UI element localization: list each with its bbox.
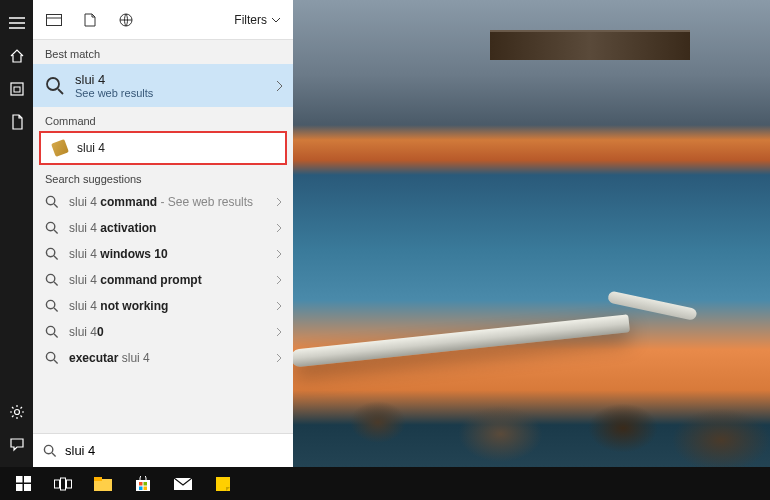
search-icon [45,76,65,96]
chevron-right-icon [276,301,283,311]
svg-rect-16 [16,484,23,491]
task-view-button[interactable] [44,467,82,500]
svg-point-2 [14,409,19,414]
command-title: slui 4 [77,141,105,155]
svg-rect-24 [139,482,143,486]
svg-rect-0 [11,83,23,95]
filter-apps-icon[interactable] [45,11,63,29]
apps-icon[interactable] [0,72,33,105]
svg-point-12 [46,352,54,360]
svg-rect-23 [136,480,150,491]
svg-point-9 [46,274,54,282]
search-icon [43,444,57,458]
search-results-panel: Filters Best match slui 4 See web result… [33,0,293,467]
svg-point-7 [46,222,54,230]
search-category-rail [0,0,33,467]
search-icon [45,273,59,287]
best-match-subtitle: See web results [75,87,153,99]
suggestion-text: slui 4 command - See web results [69,195,253,209]
suggestion-item[interactable]: slui 4 command prompt [33,267,293,293]
filter-documents-icon[interactable] [81,11,99,29]
svg-rect-1 [14,87,20,92]
documents-icon[interactable] [0,105,33,138]
svg-rect-17 [24,484,31,491]
best-match-result[interactable]: slui 4 See web results [33,64,293,107]
key-icon [51,139,69,157]
taskbar-file-explorer[interactable] [84,467,122,500]
command-result[interactable]: slui 4 [39,131,287,165]
search-icon [45,247,59,261]
suggestion-item[interactable]: executar slui 4 [33,345,293,371]
svg-point-6 [46,196,54,204]
search-icon [45,299,59,313]
svg-rect-18 [55,480,60,488]
svg-point-8 [46,248,54,256]
suggestion-list: slui 4 command - See web resultsslui 4 a… [33,189,293,433]
svg-rect-22 [94,477,102,481]
chevron-right-icon [275,80,283,92]
search-icon [45,325,59,339]
svg-point-13 [44,445,52,453]
svg-rect-3 [47,14,62,25]
suggestion-text: slui 4 activation [69,221,156,235]
filters-label: Filters [234,13,267,27]
filters-dropdown[interactable]: Filters [234,13,281,27]
suggestion-text: slui 4 windows 10 [69,247,168,261]
chevron-right-icon [276,327,283,337]
section-best-match: Best match [33,40,293,64]
section-command: Command [33,107,293,131]
suggestion-text: slui 4 not working [69,299,168,313]
svg-point-11 [46,326,54,334]
svg-rect-15 [24,476,31,483]
best-match-title: slui 4 [75,72,153,87]
svg-rect-20 [67,480,72,488]
chevron-right-icon [276,197,283,207]
taskbar-store[interactable] [124,467,162,500]
chevron-right-icon [276,223,283,233]
section-suggestions: Search suggestions [33,165,293,189]
search-icon [45,195,59,209]
home-icon[interactable] [0,39,33,72]
hamburger-icon[interactable] [0,6,33,39]
start-button[interactable] [4,467,42,500]
svg-rect-25 [144,482,148,486]
search-icon [45,221,59,235]
search-input-row [33,433,293,467]
feedback-icon[interactable] [0,428,33,461]
svg-point-10 [46,300,54,308]
suggestion-item[interactable]: slui 4 activation [33,215,293,241]
svg-point-5 [47,78,59,90]
svg-rect-27 [144,486,148,490]
search-input[interactable] [65,443,283,458]
suggestion-text: slui 4 command prompt [69,273,202,287]
settings-icon[interactable] [0,395,33,428]
suggestion-text: slui 40 [69,325,104,339]
svg-rect-14 [16,476,23,483]
chevron-right-icon [276,353,283,363]
suggestion-item[interactable]: slui 4 windows 10 [33,241,293,267]
chevron-right-icon [276,249,283,259]
search-icon [45,351,59,365]
chevron-down-icon [271,17,281,23]
suggestion-text: executar slui 4 [69,351,150,365]
suggestion-item[interactable]: slui 4 command - See web results [33,189,293,215]
taskbar-mail[interactable] [164,467,202,500]
taskbar-notes[interactable] [204,467,242,500]
search-filter-bar: Filters [33,0,293,40]
taskbar [0,467,770,500]
chevron-right-icon [276,275,283,285]
svg-rect-26 [139,486,143,490]
filter-web-icon[interactable] [117,11,135,29]
svg-rect-19 [61,478,66,490]
suggestion-item[interactable]: slui 40 [33,319,293,345]
suggestion-item[interactable]: slui 4 not working [33,293,293,319]
